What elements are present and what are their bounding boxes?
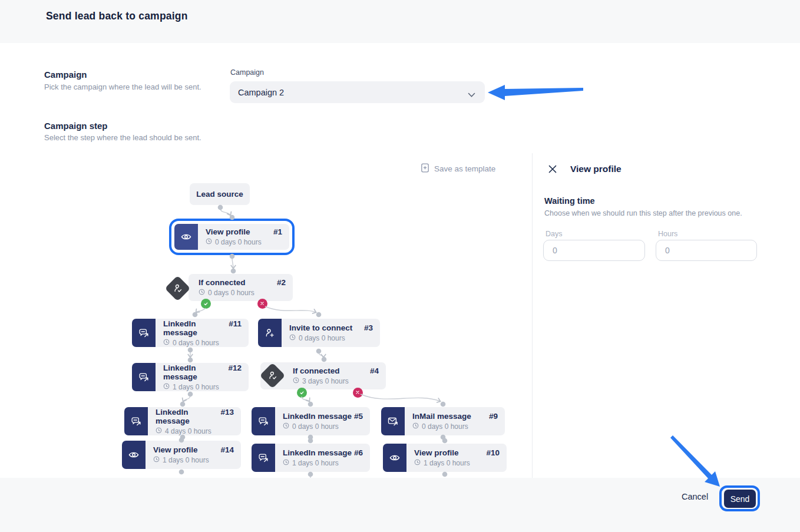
node-wait-time: 1 days 0 hours [163, 383, 242, 391]
clock-icon [163, 339, 170, 347]
campaign-field-label: Campaign [230, 68, 264, 77]
step-node-lead-source[interactable]: Lead source [190, 183, 250, 205]
annotation-arrow-campaign-dropdown [488, 85, 583, 100]
clock-icon [283, 422, 289, 431]
campaign-section-description: Pick the campaign where the lead will be… [44, 82, 201, 91]
file-plus-icon [421, 163, 429, 174]
send-lead-back-dialog: Send lead back to campaign Campaign Pick… [0, 0, 800, 532]
node-number: #9 [489, 412, 498, 421]
node-number: #2 [277, 278, 286, 287]
step-node-step-1[interactable]: View profile #1 0 days 0 hours [174, 224, 289, 250]
eye-icon [383, 444, 406, 472]
node-title: View profile [414, 448, 459, 457]
hours-label: Hours [658, 230, 677, 238]
step-panel-title: View profile [570, 164, 622, 174]
node-number: #13 [220, 408, 234, 417]
node-title: LinkedIn message [283, 448, 352, 457]
node-title: If connected [199, 278, 246, 287]
clock-icon [412, 422, 419, 431]
branch-no-icon [353, 388, 363, 398]
step-node-step-5[interactable]: LinkedIn message #5 0 days 0 hours [252, 407, 370, 435]
branch-yes-icon [297, 388, 307, 398]
dialog-footer [0, 478, 800, 532]
message-icon [132, 363, 156, 391]
campaign-section-title: Campaign [44, 70, 87, 80]
campaign-dropdown-value: Campaign 2 [238, 88, 284, 97]
node-number: #3 [364, 323, 373, 332]
node-number: #14 [220, 445, 234, 454]
node-number: #12 [228, 364, 242, 372]
message-icon [124, 407, 148, 435]
node-number: #10 [486, 448, 500, 457]
page-title: Send lead back to campaign [46, 10, 188, 22]
clock-icon [414, 459, 421, 467]
node-title: LinkedIn message [163, 364, 228, 381]
close-icon[interactable] [547, 164, 558, 175]
cancel-button[interactable]: Cancel [682, 492, 708, 501]
step-node-step-13[interactable]: LinkedIn message #13 4 days 0 hours [124, 407, 241, 435]
waiting-time-description: Choose when we should run this step afte… [544, 209, 742, 217]
condition-diamond-step-2 [164, 275, 190, 301]
branch-no-icon [257, 299, 267, 309]
clock-icon [153, 456, 160, 464]
step-node-step-3[interactable]: Invite to connect #3 0 days 0 hours [258, 319, 380, 347]
node-number: #5 [354, 412, 363, 421]
step-node-step-2[interactable]: If connected #2 0 days 0 hours [189, 274, 293, 301]
step-node-step-14[interactable]: View profile #14 1 days 0 hours [122, 441, 241, 469]
node-wait-time: 0 days 0 hours [283, 422, 363, 431]
clock-icon [156, 427, 162, 435]
eye-icon [122, 441, 146, 469]
node-wait-time: 0 days 0 hours [412, 422, 498, 431]
node-number: #6 [354, 448, 363, 457]
clock-icon [293, 377, 299, 385]
dialog-header: Send lead back to campaign [0, 0, 800, 43]
branch-yes-icon [201, 299, 211, 309]
node-title: LinkedIn message [156, 408, 220, 425]
node-title: If connected [293, 366, 340, 375]
campaign-step-section-title: Campaign step [44, 121, 108, 131]
node-wait-time: 3 days 0 hours [293, 377, 379, 385]
campaign-dropdown[interactable]: Campaign 2 [230, 81, 485, 103]
node-wait-time: 0 days 0 hours [199, 289, 286, 297]
panel-divider [532, 153, 533, 478]
message-icon [132, 319, 156, 347]
node-wait-time: 4 days 0 hours [156, 427, 234, 435]
message-icon [252, 407, 275, 435]
step-node-step-6[interactable]: LinkedIn message #6 1 days 0 hours [252, 444, 370, 472]
clock-icon [283, 459, 289, 467]
hours-input[interactable] [656, 240, 757, 261]
node-wait-time: 1 days 0 hours [153, 456, 234, 464]
eye-icon [174, 224, 198, 250]
step-node-step-10[interactable]: View profile #10 1 days 0 hours [383, 444, 507, 472]
inmail-icon [381, 407, 405, 435]
save-as-template-label: Save as template [434, 164, 495, 173]
days-input[interactable] [543, 240, 645, 261]
node-title: Invite to connect [289, 323, 352, 332]
message-icon [252, 444, 275, 472]
send-button[interactable]: Send [724, 490, 756, 508]
clock-icon [199, 289, 205, 297]
chevron-down-icon [468, 90, 475, 100]
campaign-step-section-description: Select the step where the lead should be… [44, 133, 201, 142]
node-number: #1 [273, 227, 282, 236]
node-wait-time: 0 days 0 hours [163, 339, 242, 347]
node-title: Lead source [196, 190, 243, 199]
step-node-step-11[interactable]: LinkedIn message #11 0 days 0 hours [132, 319, 249, 347]
node-title: InMail message [412, 412, 471, 421]
node-number: #4 [370, 366, 379, 375]
node-title: LinkedIn message [283, 412, 352, 421]
step-node-step-9[interactable]: InMail message #9 0 days 0 hours [381, 407, 505, 435]
step-node-step-12[interactable]: LinkedIn message #12 1 days 0 hours [132, 363, 249, 391]
clock-icon [163, 383, 170, 391]
node-title: LinkedIn message [163, 319, 229, 337]
node-wait-time: 1 days 0 hours [283, 459, 363, 467]
save-as-template-button[interactable]: Save as template [421, 163, 495, 174]
node-number: #11 [229, 319, 242, 328]
invite-icon [258, 319, 282, 347]
days-label: Days [546, 230, 562, 238]
waiting-time-title: Waiting time [544, 196, 595, 206]
clock-icon [206, 238, 212, 246]
node-title: View profile [153, 445, 198, 454]
clock-icon [289, 334, 296, 342]
node-wait-time: 1 days 0 hours [414, 459, 500, 467]
